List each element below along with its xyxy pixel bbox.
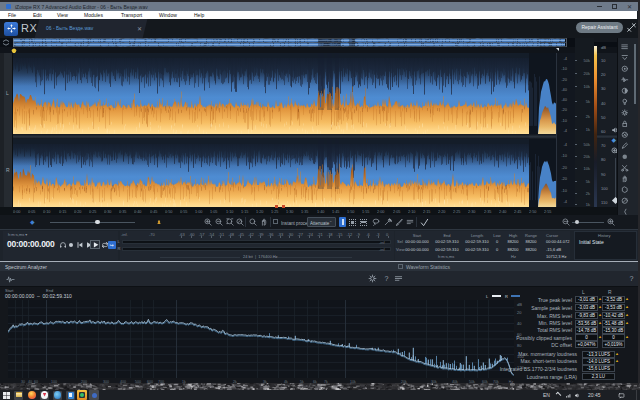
svg-text:?: ? [385,274,389,283]
svg-text:?: ? [630,274,634,283]
